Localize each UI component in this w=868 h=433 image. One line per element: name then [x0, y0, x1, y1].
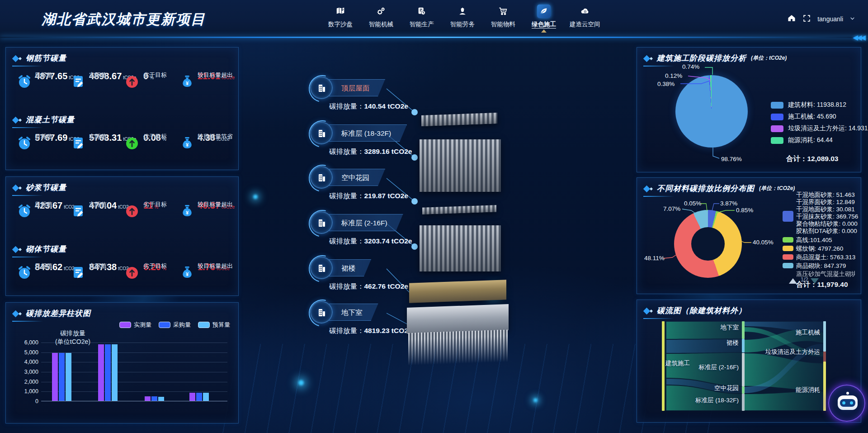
legend-item[interactable]: 商品混凝土: 5763.313 — [796, 253, 855, 262]
legend-swatch — [159, 322, 170, 328]
legend-item[interactable]: 胶粘剂DTA砂浆: 0.000 — [796, 227, 857, 235]
svg-text:¥: ¥ — [186, 271, 189, 277]
legend-swatch-block — [783, 263, 793, 268]
sankey-label-podium: 裙楼 — [726, 339, 739, 347]
collapse-arrows[interactable]: ◀◀◀ — [853, 33, 864, 42]
sankey-label-energy: 能源消耗 — [796, 386, 820, 394]
pie-legend-material[interactable]: 建筑材料: 11938.812 — [771, 101, 846, 109]
tab-cloud-space[interactable]: 建造云空间 — [570, 5, 600, 29]
tab-green-construction[interactable]: 绿色施工 — [529, 5, 559, 29]
pie-legend-waste[interactable]: 垃圾清运及土方外运: 14.931 — [771, 124, 868, 133]
section-title: 砌体节碳量 — [13, 244, 66, 254]
donut-total: 合计：11,979.40 — [796, 280, 848, 290]
floor-emission: 碳排放量：219.87 tCO2e — [329, 191, 408, 201]
bar[interactable] — [203, 393, 209, 401]
sankey-node-energy[interactable] — [823, 362, 826, 411]
legend-swatch — [771, 125, 783, 132]
legend-swatch-concrete — [783, 254, 793, 260]
legend-item[interactable]: 商品砌块: 847.379 — [796, 262, 846, 270]
home-icon[interactable] — [787, 14, 796, 24]
panel-carbon-flow: 碳流图（除建筑材料外） — [637, 300, 861, 423]
sankey-node-source[interactable] — [662, 321, 665, 411]
bar[interactable] — [145, 396, 151, 401]
floor-tag-sky-garden[interactable]: 空中花园 — [310, 167, 385, 187]
legend-measured[interactable]: 实测量 — [119, 321, 151, 329]
user-name[interactable]: tanguanli — [817, 15, 843, 23]
money-bag-icon: ¥ — [179, 203, 195, 220]
chevron-down-icon[interactable] — [849, 15, 855, 23]
bar[interactable] — [66, 353, 71, 401]
legend-item[interactable]: 高线:101.405 — [796, 236, 832, 244]
ai-assistant-robot-icon[interactable] — [828, 385, 865, 422]
floor-tag-standard-2-16[interactable]: 标准层 (2-16F) — [310, 213, 403, 233]
panel-mortar-masonry-savings: 砂浆节碳量 目标值 423.67tCO2e 实际值 470.04tCO2e 劣于… — [5, 176, 239, 296]
sankey-node-std-18-32[interactable] — [742, 394, 745, 411]
sankey-label-std-18-32: 标准层 (18-32F) — [695, 396, 739, 404]
arrow-up-red-icon — [125, 266, 139, 281]
pie-legend-energy[interactable]: 能源消耗: 64.44 — [771, 136, 833, 144]
fullscreen-icon[interactable] — [802, 14, 811, 24]
sankey-node-podium[interactable] — [742, 339, 745, 352]
bar-chart-title: 碳排放差异柱状图 — [26, 308, 91, 319]
alarm-clock-icon — [17, 74, 32, 91]
cart-icon — [496, 5, 510, 18]
y-tick: 6,000 — [15, 339, 38, 346]
rebar-savings-title: 钢筋节碳量 — [26, 53, 66, 63]
sankey-node-std-2-16[interactable] — [742, 353, 745, 386]
bar[interactable] — [189, 393, 195, 401]
bar[interactable] — [98, 344, 104, 401]
bar[interactable] — [158, 397, 164, 401]
memo-icon — [71, 74, 86, 91]
panel-rebar-concrete-savings: 钢筋节碳量 目标值 4877.65tCO2e 实际值 4898.67tCO2e … — [5, 47, 239, 170]
legend-budget[interactable]: 预算量 — [198, 321, 230, 329]
bar[interactable] — [112, 344, 118, 401]
floor-tag-podium[interactable]: 裙楼 — [310, 258, 371, 278]
tab-smart-production[interactable]: 智能生产 — [407, 5, 437, 29]
stat-rebar-actual: 实际值 4898.67tCO2e — [71, 71, 129, 81]
bg-glow-dot — [533, 398, 538, 402]
bar[interactable] — [105, 344, 111, 401]
tab-smart-materials[interactable]: 智能物料 — [488, 5, 518, 29]
tab-smart-machinery[interactable]: 智能机械 — [366, 5, 396, 29]
bar-group-mortar[interactable] — [145, 396, 164, 401]
bar[interactable] — [151, 396, 157, 401]
stat-masonry-actual: 实际值 847.38tCO2e — [71, 262, 129, 272]
worker-icon — [456, 5, 469, 18]
stat-concrete-ratio: 优于目标 0.08% — [125, 133, 183, 143]
diamond-icon — [13, 246, 21, 253]
bar-group-rebar[interactable] — [52, 353, 71, 401]
legend-item[interactable]: 螺纹钢: 4797.260 — [796, 245, 843, 253]
legend-purchased[interactable]: 采购量 — [159, 321, 191, 329]
stat-mortar-target: 目标值 423.67tCO2e — [17, 200, 75, 211]
main-nav: 数字沙盘 智能机械 智能生产 智能劳务 — [326, 5, 600, 29]
leaf-icon — [537, 5, 551, 18]
floor-tag-basement[interactable]: 地下室 — [310, 302, 378, 322]
building-icon — [310, 76, 333, 99]
sankey-node-basement[interactable] — [742, 321, 745, 339]
pie-callout-machine: 0.38% — [657, 81, 675, 87]
bar[interactable] — [59, 353, 65, 401]
map-icon — [334, 5, 347, 18]
tab-smart-labor[interactable]: 智能劳务 — [448, 5, 477, 29]
sankey-node-waste[interactable] — [823, 352, 826, 362]
bar-group-concrete[interactable] — [98, 344, 118, 401]
arrow-up-green-icon — [125, 137, 139, 152]
floor-name: 标准层 (18-32F) — [329, 124, 407, 142]
bar[interactable] — [52, 353, 58, 401]
tab-digital-sandbox[interactable]: 数字沙盘 — [326, 5, 355, 29]
sankey-node-machinery[interactable] — [823, 321, 826, 352]
mortar-savings-title: 砂浆节碳量 — [26, 182, 66, 193]
bg-glow-dot — [298, 380, 304, 385]
cloud-icon — [578, 5, 592, 18]
legend-swatch-mortar-group — [783, 211, 793, 222]
bar-group-masonry[interactable] — [189, 393, 209, 401]
floor-tag-standard-18-32[interactable]: 标准层 (18-32F) — [310, 123, 407, 143]
sankey-node-sky-garden[interactable] — [742, 386, 745, 394]
bar[interactable] — [196, 393, 202, 401]
stat-masonry-target: 目标值 845.62tCO2e — [17, 262, 75, 272]
floor-tag-roof[interactable]: 顶层屋面 — [310, 78, 385, 98]
tab-label: 智能生产 — [410, 20, 434, 29]
pie-legend-machine[interactable]: 施工机械: 45.690 — [771, 113, 836, 121]
donut-callout-concrete: 48.11% — [644, 255, 665, 262]
sankey-label-sky-garden: 空中花园 — [714, 384, 739, 392]
